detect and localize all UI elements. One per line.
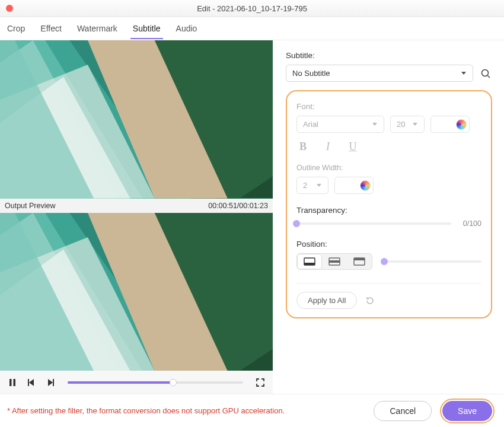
tab-audio[interactable]: Audio	[174, 18, 200, 39]
font-size-value: 20	[397, 120, 405, 129]
svg-rect-21	[14, 379, 16, 386]
chevron-down-icon	[461, 69, 467, 78]
playback-fill	[68, 381, 173, 384]
preview-column: Output Preview 00:00:51/00:01:23	[0, 40, 273, 394]
svg-marker-26	[461, 72, 466, 75]
search-subtitle-icon[interactable]	[479, 67, 492, 80]
save-highlight: Save	[440, 399, 495, 423]
svg-rect-25	[53, 379, 54, 386]
slider-knob[interactable]	[293, 220, 300, 227]
chevron-down-icon	[372, 120, 378, 129]
outline-color-picker[interactable]	[334, 177, 374, 194]
subtitle-panel: Subtitle: No Subtitle Font: Arial	[273, 40, 504, 394]
titlebar: Edit - 2021-06-10_10-17-19-795	[0, 0, 504, 17]
slider-knob[interactable]	[381, 258, 388, 265]
edit-window: Edit - 2021-06-10_10-17-19-795 Crop Effe…	[0, 0, 504, 427]
transparency-readout: 0/100	[463, 219, 481, 228]
tab-subtitle[interactable]: Subtitle	[130, 18, 163, 39]
save-button[interactable]: Save	[442, 401, 492, 421]
playback-controls	[0, 371, 273, 394]
tab-watermark[interactable]: Watermark	[75, 18, 120, 39]
preview-midbar: Output Preview 00:00:51/00:01:23	[0, 199, 273, 213]
position-top-button[interactable]	[347, 254, 372, 269]
main-area: Output Preview 00:00:51/00:01:23	[0, 40, 504, 394]
transparency-slider[interactable]	[296, 222, 451, 225]
divider	[296, 283, 481, 283]
position-label: Position:	[296, 240, 481, 248]
tabbar: Crop Effect Watermark Subtitle Audio	[0, 17, 504, 40]
preview-source	[0, 40, 273, 199]
window-title: Edit - 2021-06-10_10-17-19-795	[0, 4, 504, 13]
font-panel: Font: Arial 20 B	[286, 90, 492, 318]
outline-width-value: 2	[303, 181, 307, 190]
cancel-button[interactable]: Cancel	[374, 401, 432, 421]
playback-scrubber[interactable]	[68, 381, 243, 384]
svg-marker-22	[29, 379, 34, 386]
font-size-select[interactable]: 20	[390, 116, 425, 133]
svg-rect-35	[329, 260, 340, 263]
position-middle-button[interactable]	[322, 254, 347, 269]
svg-marker-31	[317, 184, 321, 187]
subtitle-label: Subtitle:	[286, 51, 492, 60]
fullscreen-icon[interactable]	[254, 376, 267, 389]
svg-marker-30	[413, 123, 417, 126]
position-segment-group	[296, 253, 372, 270]
chevron-down-icon	[316, 181, 322, 190]
color-wheel-icon	[456, 119, 467, 130]
subtitle-select-value: No Subtitle	[292, 69, 330, 78]
font-color-picker[interactable]	[430, 116, 470, 133]
timecode: 00:00:51/00:01:23	[208, 202, 268, 210]
svg-rect-33	[304, 263, 315, 265]
outline-label: Outline Width:	[296, 164, 481, 172]
preview-output	[0, 213, 273, 371]
svg-rect-20	[9, 379, 12, 386]
warning-text: * After setting the filter, the format c…	[7, 406, 285, 415]
transparency-label: Transparency:	[296, 206, 481, 215]
step-back-icon[interactable]	[25, 376, 38, 389]
italic-button[interactable]: I	[321, 140, 334, 153]
step-forward-icon[interactable]	[44, 376, 57, 389]
tab-effect[interactable]: Effect	[38, 18, 64, 39]
output-preview-label: Output Preview	[5, 202, 55, 210]
svg-rect-23	[28, 379, 29, 386]
pause-icon[interactable]	[6, 376, 19, 389]
position-bottom-button[interactable]	[297, 254, 322, 269]
position-slider[interactable]	[384, 260, 481, 263]
footer: * After setting the filter, the format c…	[0, 394, 504, 427]
outline-width-select[interactable]: 2	[296, 177, 328, 194]
bold-button[interactable]: B	[296, 140, 310, 153]
svg-point-27	[482, 69, 489, 76]
chevron-down-icon	[412, 120, 418, 129]
font-family-value: Arial	[303, 120, 318, 129]
color-wheel-icon	[360, 180, 371, 191]
svg-marker-24	[48, 379, 53, 386]
reset-icon[interactable]	[364, 295, 376, 307]
playback-knob[interactable]	[170, 379, 177, 386]
svg-line-28	[488, 75, 490, 78]
close-window-icon[interactable]	[6, 5, 13, 12]
svg-rect-37	[354, 258, 365, 260]
svg-marker-29	[372, 123, 377, 126]
subtitle-select[interactable]: No Subtitle	[286, 65, 473, 82]
tab-crop[interactable]: Crop	[5, 18, 27, 39]
font-label: Font:	[296, 102, 481, 111]
underline-button[interactable]: U	[346, 140, 359, 153]
font-family-select[interactable]: Arial	[296, 116, 384, 133]
apply-to-all-button[interactable]: Apply to All	[296, 292, 357, 309]
